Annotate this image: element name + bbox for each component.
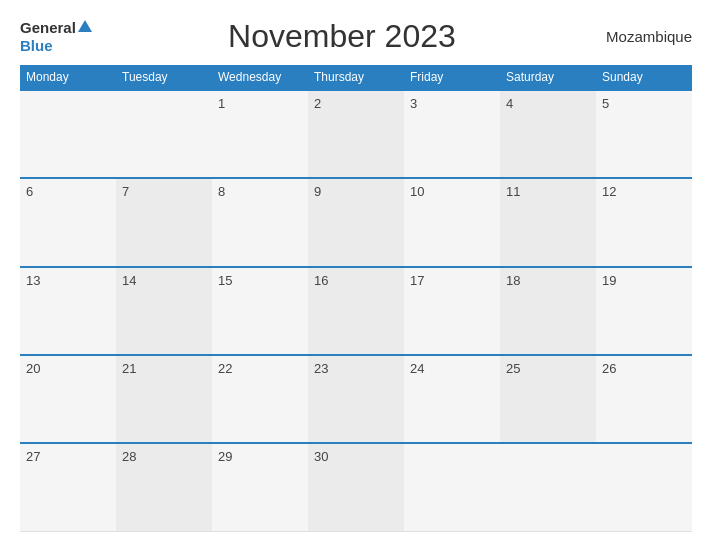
cell-w2-fri: 10 [404,178,500,266]
country-label: Mozambique [592,28,692,45]
cell-w3-wed: 15 [212,267,308,355]
cell-w2-sun: 12 [596,178,692,266]
week-row-2: 6 7 8 9 10 11 12 [20,178,692,266]
cell-w1-mon [20,90,116,178]
cell-w5-wed: 29 [212,443,308,531]
logo: General Blue [20,19,92,55]
cell-w2-thu: 9 [308,178,404,266]
week-row-4: 20 21 22 23 24 25 26 [20,355,692,443]
week-row-1: 1 2 3 4 5 [20,90,692,178]
cell-w5-sun [596,443,692,531]
calendar-table: Monday Tuesday Wednesday Thursday Friday… [20,65,692,532]
col-friday: Friday [404,65,500,90]
logo-triangle-icon [78,20,92,32]
cell-w5-fri [404,443,500,531]
cell-w1-sat: 4 [500,90,596,178]
cell-w5-tue: 28 [116,443,212,531]
week-row-5: 27 28 29 30 [20,443,692,531]
cell-w3-mon: 13 [20,267,116,355]
cell-w4-mon: 20 [20,355,116,443]
header-row: Monday Tuesday Wednesday Thursday Friday… [20,65,692,90]
calendar: Monday Tuesday Wednesday Thursday Friday… [20,65,692,532]
cell-w1-wed: 1 [212,90,308,178]
cell-w2-mon: 6 [20,178,116,266]
page: General Blue November 2023 Mozambique Mo… [0,0,712,550]
col-thursday: Thursday [308,65,404,90]
cell-w4-thu: 23 [308,355,404,443]
cell-w1-fri: 3 [404,90,500,178]
cell-w5-thu: 30 [308,443,404,531]
cell-w4-wed: 22 [212,355,308,443]
logo-blue-text: Blue [20,37,53,54]
cell-w3-sun: 19 [596,267,692,355]
col-wednesday: Wednesday [212,65,308,90]
cell-w4-fri: 24 [404,355,500,443]
cell-w3-thu: 16 [308,267,404,355]
cell-w3-tue: 14 [116,267,212,355]
col-saturday: Saturday [500,65,596,90]
cell-w4-sun: 26 [596,355,692,443]
week-row-3: 13 14 15 16 17 18 19 [20,267,692,355]
cell-w1-tue [116,90,212,178]
cell-w5-mon: 27 [20,443,116,531]
logo-line2: Blue [20,37,53,55]
logo-general-text: General [20,19,76,36]
cell-w5-sat [500,443,596,531]
cell-w2-sat: 11 [500,178,596,266]
cell-w4-sat: 25 [500,355,596,443]
cell-w1-thu: 2 [308,90,404,178]
col-sunday: Sunday [596,65,692,90]
cell-w3-fri: 17 [404,267,500,355]
calendar-body: 1 2 3 4 5 6 7 8 9 10 11 12 [20,90,692,532]
cell-w1-sun: 5 [596,90,692,178]
cell-w2-tue: 7 [116,178,212,266]
col-tuesday: Tuesday [116,65,212,90]
logo-line1: General [20,19,92,37]
cell-w2-wed: 8 [212,178,308,266]
calendar-title: November 2023 [92,18,592,55]
header: General Blue November 2023 Mozambique [20,18,692,55]
cell-w3-sat: 18 [500,267,596,355]
cell-w4-tue: 21 [116,355,212,443]
col-monday: Monday [20,65,116,90]
